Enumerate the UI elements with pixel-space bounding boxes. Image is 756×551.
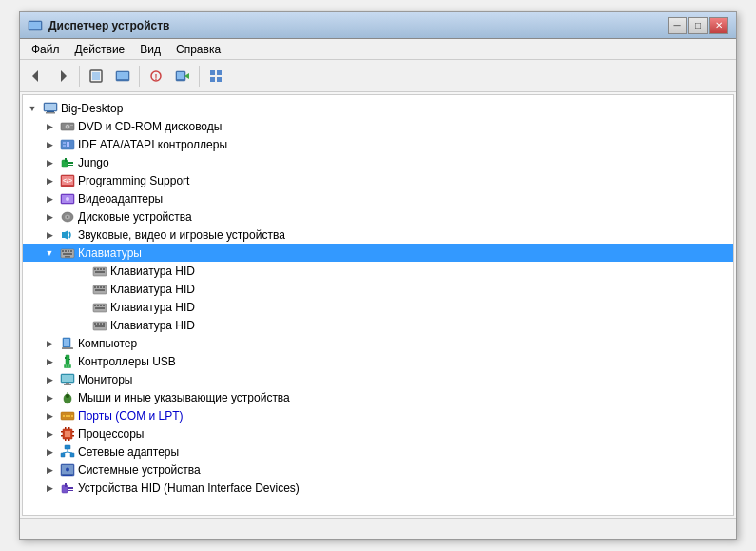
- toolbar-btn1[interactable]: [84, 64, 108, 89]
- tree-item-dvd[interactable]: ▶ DVD и CD-ROM дисководы: [23, 117, 733, 135]
- icon-pc: [60, 336, 75, 351]
- tree-item-net[interactable]: ▶ Сетевые адаптеры: [23, 443, 733, 461]
- svg-rect-74: [103, 323, 105, 325]
- tree-item-sound[interactable]: ▶ Звуковые, видео и игровые устройства: [23, 226, 733, 244]
- svg-rect-43: [62, 232, 65, 238]
- toolbar-back[interactable]: [24, 64, 48, 89]
- icon-kbd-hid4: [92, 318, 107, 333]
- icon-ide: [60, 137, 75, 152]
- toolbar-forward[interactable]: [50, 64, 75, 89]
- tree-item-kbd-hid3[interactable]: ▶ Клавиатура HID: [23, 298, 733, 316]
- tree-item-sys[interactable]: ▶ Системные устройства: [23, 461, 733, 479]
- svg-rect-12: [177, 72, 184, 79]
- close-button[interactable]: ✕: [709, 17, 728, 34]
- tree-label-hid: Устройства HID (Human Interface Devices): [78, 482, 300, 495]
- icon-sys: [60, 462, 75, 478]
- expand-disk[interactable]: ▶: [42, 209, 57, 225]
- svg-rect-48: [68, 250, 69, 252]
- menu-help[interactable]: Справка: [168, 41, 228, 58]
- icon-progsupp: </>: [60, 173, 75, 188]
- expand-dvd[interactable]: ▶: [42, 119, 57, 134]
- icon-kbd-hid1: [92, 264, 107, 279]
- tree-label-sys: Системные устройства: [78, 463, 201, 477]
- svg-text:</>: </>: [63, 177, 72, 184]
- svg-marker-3: [32, 70, 38, 82]
- expand-pc[interactable]: ▶: [42, 336, 57, 351]
- tree-item-kbd-hid4[interactable]: ▶ Клавиатура HID: [23, 316, 733, 334]
- expand-sound[interactable]: ▶: [42, 227, 57, 243]
- svg-point-92: [66, 415, 68, 417]
- tree-item-kbd[interactable]: ▼ Клавиатуры: [23, 244, 733, 262]
- window-title: Диспетчер устройств: [48, 19, 668, 32]
- icon-usb: [60, 354, 75, 369]
- expand-progsupp[interactable]: ▶: [42, 173, 57, 188]
- tree-label-dvd: DVD и CD-ROM дисководы: [78, 120, 222, 133]
- svg-rect-83: [62, 375, 73, 382]
- expand-net[interactable]: ▶: [42, 444, 57, 460]
- expand-video[interactable]: ▶: [42, 191, 57, 207]
- svg-rect-104: [72, 435, 74, 437]
- svg-rect-102: [61, 435, 63, 437]
- svg-rect-25: [70, 125, 73, 126]
- svg-rect-47: [65, 250, 67, 252]
- tree-label-pc: Компьютер: [78, 337, 137, 350]
- tree-item-progsupp[interactable]: ▶ </> Programming Support: [23, 171, 733, 189]
- main-window: Диспетчер устройств ─ □ ✕ Файл Действие …: [19, 11, 737, 540]
- svg-rect-59: [94, 286, 96, 288]
- expand-sys[interactable]: ▶: [42, 462, 57, 478]
- expand-hid[interactable]: ▶: [42, 481, 57, 496]
- svg-rect-67: [100, 305, 102, 306]
- svg-rect-20: [47, 111, 54, 112]
- tree-item-usb[interactable]: ▶ Контроллеры USB: [23, 352, 733, 370]
- tree-item-disk[interactable]: ▶ Дисковые устройства: [23, 207, 733, 226]
- minimize-button[interactable]: ─: [668, 17, 687, 34]
- tree-item-kbd-hid2[interactable]: ▶ Клавиатура HID: [23, 280, 733, 298]
- tree-item-kbd-hid1[interactable]: ▶ Клавиатура HID: [23, 262, 733, 280]
- svg-rect-116: [65, 483, 67, 487]
- expand-cpu[interactable]: ▶: [42, 426, 57, 442]
- tree-item-hid[interactable]: ▶ Устройства HID (Human Interface Device…: [23, 479, 733, 497]
- expand-ports[interactable]: ▶: [42, 408, 57, 423]
- tree-item-video[interactable]: ▶ Видеоадаптеры: [23, 189, 733, 207]
- tree-item-jungo[interactable]: ▶ Jungo: [23, 153, 733, 171]
- tree-label-video: Видеоадаптеры: [78, 192, 163, 206]
- expand-root[interactable]: ▼: [25, 101, 40, 116]
- expand-ide[interactable]: ▶: [42, 137, 57, 152]
- svg-rect-73: [100, 323, 102, 325]
- menu-file[interactable]: Файл: [24, 41, 68, 58]
- menu-view[interactable]: Вид: [132, 41, 168, 58]
- tree-label-mouse: Мыши и иные указывающие устройства: [78, 391, 290, 404]
- tree-item-mouse[interactable]: ▶ Мыши и иные указывающие устройства: [23, 388, 733, 406]
- tree-item-ports[interactable]: ▶ Порты (COM и LPT): [23, 406, 733, 424]
- toolbar-btn4[interactable]: [170, 64, 195, 89]
- svg-rect-50: [63, 253, 72, 255]
- icon-net: [60, 444, 75, 460]
- expand-usb[interactable]: ▶: [42, 354, 57, 369]
- toolbar-btn5[interactable]: [204, 64, 228, 89]
- expand-jungo[interactable]: ▶: [42, 155, 57, 170]
- svg-line-110: [68, 452, 72, 453]
- svg-rect-96: [65, 431, 70, 437]
- icon-disk: [60, 209, 75, 225]
- tree-item-root[interactable]: ▼ Big-Desktop: [23, 99, 733, 117]
- svg-rect-28: [63, 145, 66, 147]
- tree-item-cpu[interactable]: ▶ Процессоры: [23, 424, 733, 443]
- tree-item-ide[interactable]: ▶ IDE ATA/ATAPI контроллеры: [23, 135, 733, 153]
- device-tree-container[interactable]: ▼ Big-Desktop ▶: [22, 94, 734, 516]
- svg-rect-17: [217, 77, 222, 82]
- menu-action[interactable]: Действие: [68, 41, 133, 58]
- expand-kbd[interactable]: ▼: [42, 246, 57, 261]
- svg-rect-31: [65, 158, 67, 162]
- toolbar-btn3[interactable]: !: [144, 64, 168, 89]
- expand-monitor[interactable]: ▶: [42, 372, 57, 387]
- restore-button[interactable]: □: [688, 17, 708, 34]
- toolbar-btn2[interactable]: [110, 64, 135, 89]
- expand-mouse[interactable]: ▶: [42, 390, 57, 405]
- tree-item-monitor[interactable]: ▶ Мониторы: [23, 370, 733, 388]
- svg-rect-14: [210, 70, 215, 75]
- icon-monitor: [60, 372, 75, 387]
- toolbar-sep1: [79, 66, 80, 87]
- tree-item-pc[interactable]: ▶ Компьютер: [23, 334, 733, 352]
- svg-rect-101: [61, 431, 63, 433]
- svg-rect-100: [68, 439, 70, 441]
